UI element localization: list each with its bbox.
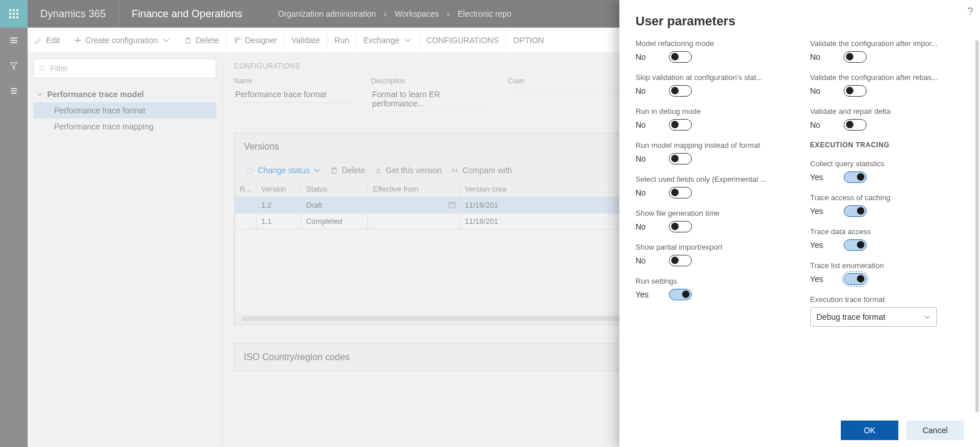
tree-root[interactable]: Performance trace model xyxy=(33,86,216,102)
chevron-right-icon: › xyxy=(447,9,450,18)
breadcrumb: Organization administration › Workspaces… xyxy=(255,9,511,18)
app-launcher[interactable] xyxy=(0,0,28,28)
breadcrumb-item[interactable]: Electronic repo xyxy=(458,9,511,18)
param: Run in debug modeNo xyxy=(636,107,790,131)
panel-col-left: Model refactoring modeNoSkip validation … xyxy=(636,39,790,414)
toggle[interactable] xyxy=(844,85,867,97)
configurations-button[interactable]: CONFIGURATIONS xyxy=(419,28,506,53)
svg-rect-8 xyxy=(17,17,18,18)
param-label: Validate the configuration after rebas..… xyxy=(810,73,964,82)
filter-input[interactable]: Filter xyxy=(33,59,216,78)
options-button[interactable]: OPTION xyxy=(506,28,551,53)
toggle[interactable] xyxy=(844,273,867,285)
toggle[interactable] xyxy=(669,255,692,266)
col-r[interactable]: R... xyxy=(235,181,257,197)
param-value: No xyxy=(636,188,648,197)
svg-rect-3 xyxy=(9,13,11,14)
hamburger-icon[interactable] xyxy=(0,28,28,53)
param-label: Model refactoring mode xyxy=(636,39,790,48)
col-effective[interactable]: Effective from xyxy=(368,181,460,197)
param-label: Run in debug mode xyxy=(636,107,790,116)
toggle[interactable] xyxy=(844,119,867,131)
tree-item-label: Performance trace format xyxy=(54,106,146,115)
param: Model refactoring modeNo xyxy=(636,39,790,63)
chevron-down-icon xyxy=(313,166,321,174)
get-version-button[interactable]: Get this version xyxy=(372,165,444,176)
param-label: Validate and repair delta xyxy=(810,107,964,116)
brand-title: Dynamics 365 xyxy=(28,8,118,20)
validate-button[interactable]: Validate xyxy=(284,28,327,53)
param: Collect query statisticsYes xyxy=(810,159,964,183)
toggle[interactable] xyxy=(844,239,867,251)
panel-scrollbar[interactable] xyxy=(975,40,979,412)
param: Select used fields only (Experimental ..… xyxy=(636,175,790,198)
toggle[interactable] xyxy=(844,51,867,63)
param-value: No xyxy=(636,86,648,95)
designer-label: Designer xyxy=(245,36,277,45)
param: Trace access of cachingYes xyxy=(810,193,964,217)
toggle[interactable] xyxy=(669,187,692,198)
param: Show file generation timeNo xyxy=(636,209,790,232)
param-value: Yes xyxy=(810,240,823,250)
create-configuration-button[interactable]: Create configuration xyxy=(67,28,177,53)
list-icon[interactable] xyxy=(0,78,28,104)
param-label: Trace list enumeration xyxy=(810,261,964,270)
name-value[interactable]: Performance trace format xyxy=(234,86,355,103)
param: Skip validation at configuration's stat.… xyxy=(636,73,790,97)
param-value: Yes xyxy=(810,207,823,216)
select-label: Execution trace format xyxy=(810,295,964,304)
param-label: Trace access of caching xyxy=(810,193,964,202)
breadcrumb-item[interactable]: Organization administration xyxy=(278,9,376,18)
toggle[interactable] xyxy=(844,205,867,217)
execution-trace-format-select[interactable]: Debug trace format xyxy=(810,307,937,327)
toggle[interactable] xyxy=(669,51,692,63)
param-value: Yes xyxy=(636,290,648,299)
param-value: No xyxy=(636,256,648,265)
country-value[interactable] xyxy=(508,86,623,94)
tree-root-label: Performance trace model xyxy=(47,90,144,99)
toggle[interactable] xyxy=(844,171,867,183)
version-delete-button[interactable]: Delete xyxy=(328,165,367,176)
delete-button[interactable]: Delete xyxy=(177,28,225,53)
panel-title: User parameters xyxy=(636,14,964,29)
ok-button[interactable]: OK xyxy=(841,421,898,440)
svg-rect-0 xyxy=(9,9,11,11)
tree-item-label: Performance trace mapping xyxy=(54,122,154,131)
svg-rect-5 xyxy=(17,13,18,14)
param: Validate the configuration after impor..… xyxy=(810,39,964,63)
cancel-button[interactable]: Cancel xyxy=(906,421,964,440)
chevron-down-icon xyxy=(924,314,931,320)
param-value: No xyxy=(636,222,648,231)
toggle[interactable] xyxy=(669,119,692,131)
col-version[interactable]: Version xyxy=(257,181,301,197)
tree-item[interactable]: Performance trace mapping xyxy=(33,119,216,135)
svg-rect-4 xyxy=(13,13,14,14)
toggle[interactable] xyxy=(669,221,692,232)
run-button[interactable]: Run xyxy=(327,28,356,53)
toggle[interactable] xyxy=(669,153,692,165)
toggle[interactable] xyxy=(669,85,692,97)
execution-tracing-heading: EXECUTION TRACING xyxy=(810,141,964,149)
toggle[interactable] xyxy=(669,289,692,300)
horizontal-scrollbar[interactable] xyxy=(242,316,675,321)
app-title: Finance and Operations xyxy=(119,8,255,20)
svg-rect-6 xyxy=(9,17,11,18)
edit-button[interactable]: Edit xyxy=(28,28,67,53)
designer-button[interactable]: Designer xyxy=(226,28,284,53)
param-value: No xyxy=(636,120,648,129)
svg-rect-7 xyxy=(13,17,14,18)
exchange-button[interactable]: Exchange xyxy=(356,28,419,53)
change-status-button[interactable]: Change status xyxy=(244,165,323,176)
tree-item[interactable]: Performance trace format xyxy=(33,102,216,119)
description-value[interactable]: Format to learn ER performance... xyxy=(371,86,492,112)
param-label: Skip validation at configuration's stat.… xyxy=(636,73,790,82)
svg-point-10 xyxy=(248,168,253,173)
col-status[interactable]: Status xyxy=(301,181,368,197)
param-label: Select used fields only (Experimental ..… xyxy=(636,175,790,184)
breadcrumb-item[interactable]: Workspaces xyxy=(395,9,439,18)
help-icon[interactable]: ? xyxy=(967,6,973,18)
filter-icon[interactable] xyxy=(0,53,28,78)
svg-rect-11 xyxy=(449,203,455,208)
config-tree: Performance trace model Performance trac… xyxy=(33,86,216,135)
compare-button[interactable]: Compare with xyxy=(449,165,514,176)
